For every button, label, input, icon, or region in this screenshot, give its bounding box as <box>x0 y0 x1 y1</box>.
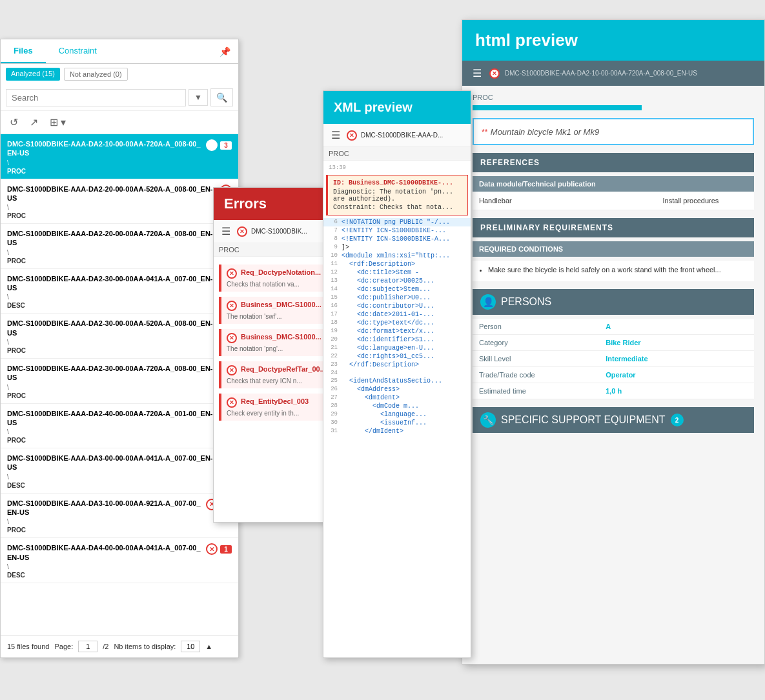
person-label: Person <box>473 319 599 335</box>
support-header-text: SPECIFIC SUPPORT EQUIPMENT <box>501 414 666 426</box>
persons-section: 👤 PERSONS Person A Category Bike Rider S… <box>473 289 754 399</box>
file-item-subtitle: \ <box>7 204 215 211</box>
file-item[interactable]: DMC-S1000DBIKE-AAA-DA4-00-00-00AA-041A-A… <box>1 538 238 583</box>
title-text: Mountain bicycle Mk1 or Mk9 <box>491 127 599 137</box>
file-item-content: DMC-S1000DBIKE-AAA-DA2-10-00-00AA-720A-A… <box>7 139 201 175</box>
file-item-type: PROC <box>7 526 201 534</box>
error-icon: ✕ <box>227 268 237 279</box>
line-number: 19 <box>323 328 342 334</box>
xml-line: 18 <dc:type>text</dc... <box>323 319 471 327</box>
file-item-type: DESC <box>7 482 215 489</box>
references-col-header: Data module/Technical publication <box>473 176 657 192</box>
page-input[interactable] <box>78 641 97 652</box>
html-hamburger-button[interactable]: ☰ <box>470 66 484 81</box>
search-button[interactable]: 🔍 <box>210 88 233 106</box>
files-toolbar: ↺ ↗ ⊞ ▾ <box>1 111 238 134</box>
xml-error-icon: ✕ <box>347 130 357 141</box>
xml-diagnostic: Diagnostic: The notation 'pn... are auth… <box>333 188 462 203</box>
line-number: 7 <box>323 227 342 234</box>
xml-hamburger-button[interactable]: ☰ <box>329 128 343 143</box>
trade-label: Trade/Trade code <box>473 367 599 383</box>
xml-line: 15 <dc:publisher>U0... <box>323 294 471 302</box>
files-found-label: 15 files found <box>7 643 49 650</box>
refresh-button[interactable]: ↺ <box>6 115 22 130</box>
xml-line: 17 <dc:date>2011-01-... <box>323 310 471 319</box>
xml-proc-label: PROC <box>323 147 471 161</box>
columns-button[interactable]: ⊞ ▾ <box>46 115 70 130</box>
file-item[interactable]: DMC-S1000DBIKE-AAA-DA3-00-00-00AA-041A-A… <box>1 448 238 494</box>
file-item-badge: ✕ 3 <box>206 139 232 151</box>
html-nav-bar: ☰ ✕ DMC-S1000DBIKE-AAA-DA2-10-00-00AA-72… <box>462 61 764 86</box>
xml-line: 30 <issueInf... <box>323 419 471 427</box>
error-entry-title: Req_DoctypeRefTar_00... <box>241 365 326 373</box>
file-item[interactable]: DMC-S1000DBIKE-AAA-DA2-10-00-00AA-720A-A… <box>1 134 238 179</box>
hamburger-button[interactable]: ☰ <box>219 224 233 239</box>
html-error-icon: ✕ <box>489 68 500 79</box>
file-item-title: DMC-S1000DBIKE-AAA-DA3-00-00-00AA-041A-A… <box>7 454 215 472</box>
count-badge: 3 <box>220 141 232 150</box>
references-section: REFERENCES Data module/Technical publica… <box>473 153 754 210</box>
file-item-title: DMC-S1000DBIKE-AAA-DA2-20-00-00AA-520A-A… <box>7 185 215 203</box>
xml-panel: XML preview ☰ ✕ DMC-S1000DBIKE-AAA-D... … <box>323 90 471 658</box>
file-item[interactable]: DMC-S1000DBIKE-AAA-DA2-40-00-00AA-720A-A… <box>1 404 238 449</box>
line-content: <!ENTITY ICN-S1000DBIKE-A... <box>342 235 471 243</box>
search-input[interactable] <box>6 89 186 106</box>
file-item[interactable]: DMC-S1000DBIKE-AAA-DA2-30-00-00AA-720A-A… <box>1 359 238 404</box>
file-item-subtitle: \ <box>7 428 215 435</box>
tab-files[interactable]: Files <box>1 39 46 63</box>
xml-line: 21 <dc:language>en-U... <box>323 344 471 352</box>
filter-button[interactable]: ▼ <box>189 89 208 106</box>
xml-toolbar: ☰ ✕ DMC-S1000DBIKE-AAA-D... <box>323 124 471 147</box>
file-item-subtitle: \ <box>7 518 201 525</box>
xml-line: 29 <language... <box>323 410 471 419</box>
line-number: 11 <box>323 261 342 267</box>
line-content: <dc:contributor>U... <box>342 303 471 310</box>
error-entry-title: Business_DMC-S1000... <box>241 333 321 341</box>
pin-icon[interactable]: 📌 <box>212 41 238 62</box>
line-number: 28 <box>323 403 342 409</box>
file-item-content: DMC-S1000DBIKE-AAA-DA2-30-00-00AA-520A-A… <box>7 319 215 354</box>
person-value: A <box>599 319 754 335</box>
file-item-content: DMC-S1000DBIKE-AAA-DA2-30-00-00AA-720A-A… <box>7 364 215 399</box>
xml-content[interactable]: 13:39 ID: Business_DMC-S1000DBIKE-... Di… <box>323 161 471 657</box>
error-icon: ✕ <box>227 301 237 311</box>
html-nav-title: DMC-S1000DBIKE-AAA-DA2-10-00-00AA-720A-A… <box>505 70 757 77</box>
line-content: </dmIdent> <box>342 428 471 435</box>
line-content: <dmodule xmlns:xsi="http:... <box>342 252 471 259</box>
file-item-type: PROC <box>7 168 201 175</box>
support-header: 🔧 SPECIFIC SUPPORT EQUIPMENT 2 <box>473 407 754 433</box>
line-number: 20 <box>323 336 342 343</box>
export-button[interactable]: ↗ <box>26 115 42 130</box>
xml-preview-header: XML preview <box>323 91 471 124</box>
file-item-type: PROC <box>7 212 215 219</box>
file-item[interactable]: DMC-S1000DBIKE-AAA-DA2-30-00-00AA-520A-A… <box>1 314 238 359</box>
trade-value: Operator <box>599 367 754 383</box>
xml-line: 31 </dmIdent> <box>323 427 471 435</box>
file-item[interactable]: DMC-S1000DBIKE-AAA-DA2-30-00-00AA-041A-A… <box>1 269 238 314</box>
xml-error-title: ID: Business_DMC-S1000DBIKE-... <box>333 179 462 186</box>
not-analyzed-badge[interactable]: Not analyzed (0) <box>64 68 128 81</box>
file-item[interactable]: DMC-S1000DBIKE-AAA-DA2-20-00-00AA-720A-A… <box>1 224 238 269</box>
xml-line: 28 <dmCode m... <box>323 402 471 410</box>
xml-line: 13 <dc:creator>U0025... <box>323 277 471 285</box>
file-item-content: DMC-S1000DBIKE-AAA-DA3-10-00-00AA-921A-A… <box>7 499 201 534</box>
line-content: <dc:language>en-U... <box>342 345 471 352</box>
xml-line: 6 <!NOTATION png PUBLIC "-/... <box>323 218 471 226</box>
line-content: <dc:date>2011-01-... <box>342 311 471 318</box>
line-number: 31 <box>323 428 342 434</box>
line-content: <dc:format>text/x... <box>342 328 471 335</box>
items-arrow[interactable]: ▲ <box>205 643 212 650</box>
items-per-page-input[interactable] <box>181 641 200 652</box>
html-content[interactable]: PROC ** Mountain bicycle Mk1 or Mk9 REFE… <box>462 86 764 664</box>
file-item[interactable]: DMC-S1000DBIKE-AAA-DA3-10-00-00AA-921A-A… <box>1 494 238 539</box>
line-content: <identAndStatusSectio... <box>342 377 471 385</box>
line-content: <dc:creator>U0025... <box>342 277 471 285</box>
analyzed-badge[interactable]: Analyzed (15) <box>6 68 60 81</box>
skill-label: Skill Level <box>473 351 599 367</box>
error-icon: ✕ <box>227 365 237 375</box>
line-content: <issueInf... <box>342 419 471 426</box>
line-number: 8 <box>323 235 342 242</box>
file-item[interactable]: DMC-S1000DBIKE-AAA-DA2-20-00-00AA-520A-A… <box>1 179 238 225</box>
tab-constraint[interactable]: Constraint <box>46 39 110 63</box>
references-value: Install procedures <box>657 192 754 210</box>
